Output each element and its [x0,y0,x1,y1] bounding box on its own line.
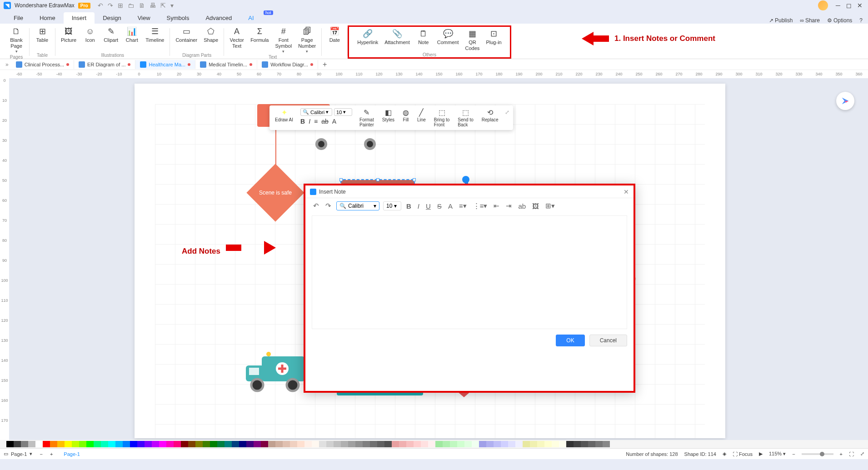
color-swatch[interactable] [334,441,341,447]
redo-icon[interactable]: ↷ [324,201,333,211]
shape-button[interactable]: ⬠Shape [201,25,221,44]
menu-ai[interactable]: AIhot [240,12,262,24]
shape-scene-safe[interactable]: Scene is safe [246,175,305,211]
options-button[interactable]: ⚙ Options [827,17,852,24]
attachment-button[interactable]: 📎Attachment [382,28,413,52]
doc-tab-medical[interactable]: Medical Timelin... [195,60,257,69]
font-color-icon[interactable]: A [332,118,336,125]
focus-button[interactable]: ⛶ Focus [733,451,753,457]
close-icon[interactable]: ✕ [855,1,864,10]
align-icon[interactable]: ≡ [314,118,318,125]
page-select-icon[interactable]: ▭ [4,451,8,457]
dialog-titlebar[interactable]: Insert Note ✕ [305,185,634,198]
color-swatch[interactable] [86,441,94,447]
zoom-out-icon[interactable]: − [792,451,795,457]
color-swatch[interactable] [326,441,334,447]
underline-icon[interactable]: U [424,201,432,211]
strike-icon[interactable]: S [436,201,443,211]
color-swatch[interactable] [130,441,137,447]
image-icon[interactable]: 🖼 [531,201,540,211]
color-swatch[interactable] [428,441,435,447]
color-swatch[interactable] [268,441,275,447]
color-swatch[interactable] [392,441,399,447]
color-swatch[interactable] [559,441,566,447]
color-swatch[interactable] [261,441,268,447]
color-swatch[interactable] [57,441,65,447]
color-swatch[interactable] [224,441,232,447]
color-swatch[interactable] [544,441,552,447]
color-swatch[interactable] [523,441,530,447]
color-swatch[interactable] [443,441,450,447]
color-swatch[interactable] [450,441,457,447]
zoom-level[interactable]: 115% ▾ [769,451,786,457]
menu-advanced[interactable]: Advanced [197,12,240,24]
layers-icon[interactable]: ◈ [723,451,726,457]
blank-page-button[interactable]: 🗋Blank Page▾ [6,25,26,55]
color-swatch[interactable] [115,441,123,447]
format-painter-button[interactable]: ✎Format Painter [356,107,378,128]
doc-tab-healthcare[interactable]: Healthcare Ma... [135,60,195,69]
color-swatch[interactable] [195,441,203,447]
color-swatch[interactable] [123,441,130,447]
print-icon[interactable]: 🖶 [150,2,156,9]
color-swatch[interactable] [6,441,14,447]
fill-button[interactable]: ◍Fill [399,107,413,123]
color-swatch[interactable] [348,441,355,447]
clipart-button[interactable]: ✎Clipart [101,25,121,44]
color-swatch[interactable] [217,441,224,447]
color-swatch[interactable] [501,441,508,447]
color-swatch[interactable] [435,441,443,447]
color-swatch[interactable] [152,441,159,447]
note-textarea[interactable] [312,215,627,329]
styles-button[interactable]: ◧Styles [379,107,398,123]
picture-button[interactable]: 🖼Picture [58,25,79,44]
date-button[interactable]: 📅Date [324,25,344,44]
font-color-icon[interactable]: A [447,201,454,211]
cancel-button[interactable]: Cancel [589,335,627,346]
color-swatch[interactable] [312,441,319,447]
color-swatch[interactable] [101,441,108,447]
color-swatch[interactable] [581,441,588,447]
floating-toolbar[interactable]: ✦Edraw AI 🔍 Calibri ▾ 10 ▾ B I ≡ ab A ✎F… [269,105,513,130]
new-doc-button[interactable]: + [318,60,331,69]
color-swatch[interactable] [319,441,326,447]
color-swatch[interactable] [28,441,35,447]
color-swatch[interactable] [145,441,152,447]
undo-icon[interactable]: ↶ [312,201,320,211]
add-page-icon[interactable]: + [50,451,53,457]
color-swatch[interactable] [472,441,479,447]
color-swatch[interactable] [508,441,515,447]
menu-home[interactable]: Home [31,12,64,24]
bold-icon[interactable]: B [300,118,305,125]
color-swatch[interactable] [377,441,384,447]
color-swatch[interactable] [283,441,290,447]
remove-page-icon[interactable]: − [40,451,42,457]
menu-view[interactable]: View [130,12,159,24]
expand-toolbar-icon[interactable]: ⤢ [503,107,511,117]
color-swatch[interactable] [275,441,283,447]
note-button[interactable]: 🗒Note [414,28,434,52]
workspace[interactable]: 0102030405060708090100110120130140150160… [0,78,868,440]
page-dropdown-icon[interactable]: ▾ [30,451,32,457]
minimize-icon[interactable]: ─ [833,1,843,10]
color-swatch[interactable] [515,441,523,447]
color-swatch[interactable] [588,441,595,447]
italic-icon[interactable]: I [309,118,310,125]
line-button[interactable]: ╱Line [414,107,429,123]
dialog-close-icon[interactable]: ✕ [624,188,629,195]
bold-icon[interactable]: B [405,201,413,211]
edraw-ai-button[interactable]: ✦Edraw AI [271,107,297,123]
maximize-icon[interactable]: ◻ [844,1,853,10]
redo-icon[interactable]: ↷ [108,2,113,9]
color-swatch[interactable] [494,441,501,447]
align-icon[interactable]: ≡▾ [458,201,468,211]
color-swatch[interactable] [406,441,414,447]
page-number-button[interactable]: 🗐Page Number▾ [295,25,319,55]
color-swatch[interactable] [399,441,406,447]
menu-symbols[interactable]: Symbols [159,12,198,24]
user-avatar-icon[interactable] [818,0,828,10]
chart-button[interactable]: 📊Chart [122,25,142,44]
ab-icon[interactable]: ab [517,201,527,211]
fullscreen-icon[interactable]: ⤢ [860,451,864,457]
color-swatch[interactable] [246,441,254,447]
